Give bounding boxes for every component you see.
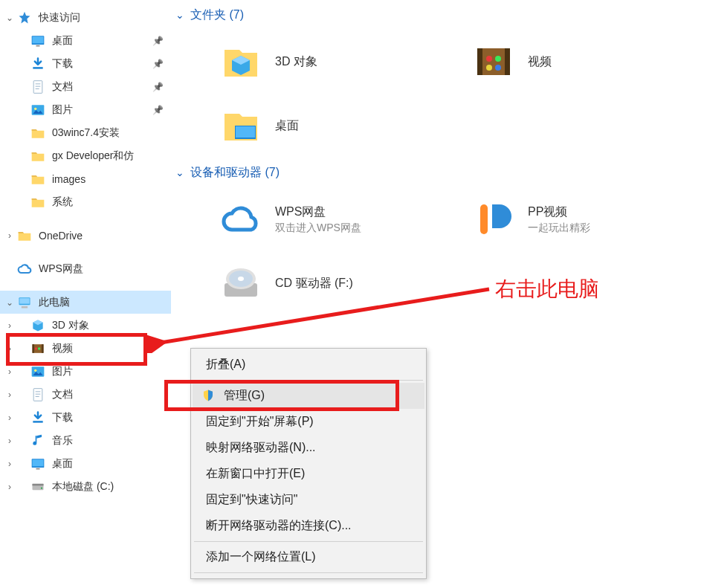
tree-item[interactable]: images — [0, 167, 171, 190]
device-item[interactable]: PP视频 一起玩出精彩 — [428, 187, 681, 251]
svg-point-16 — [35, 347, 37, 349]
tree-item-label: 此电脑 — [39, 296, 171, 309]
folder-item[interactable]: 3D 对象 — [175, 30, 428, 94]
video-big-icon — [473, 41, 514, 83]
svg-rect-32 — [477, 48, 482, 75]
tree-item[interactable]: ›音乐 — [0, 429, 171, 452]
menu-item-label: 固定到"开始"屏幕(P) — [206, 414, 314, 430]
svg-point-17 — [38, 347, 40, 349]
svg-rect-15 — [42, 344, 44, 353]
pin-icon: 📌 — [152, 82, 164, 92]
menu-item[interactable]: 固定到"快速访问" — [193, 487, 424, 513]
music-icon — [30, 433, 46, 449]
pictures-icon — [30, 364, 46, 380]
tree-item[interactable]: ›下载 — [0, 406, 171, 429]
pin-icon: 📌 — [152, 59, 164, 69]
menu-item[interactable]: 断开网络驱动器的连接(C)... — [193, 513, 424, 539]
chevron-right-icon: › — [4, 459, 15, 469]
tree-item-label: images — [52, 173, 171, 185]
svg-point-37 — [495, 65, 501, 71]
tree-item[interactable]: ›桌面 — [0, 452, 171, 475]
svg-point-35 — [495, 56, 501, 62]
tree-item[interactable]: ›图片 — [0, 360, 171, 383]
3d-icon — [30, 317, 46, 334]
chevron-placeholder — [4, 197, 15, 207]
tree-item[interactable]: 03winc7.4安装 — [0, 121, 171, 144]
tree-item[interactable]: ›文档 — [0, 383, 171, 406]
folder-icon — [30, 125, 46, 141]
chevron-down-icon: ⌄ — [4, 13, 15, 23]
context-menu: 折叠(A)管理(G)固定到"开始"屏幕(P)映射网络驱动器(N)...在新窗口中… — [190, 348, 427, 579]
devices-grid: WPS网盘 双击进入WPS网盘 PP视频 一起玩出精彩 CD 驱动器 (F:) — [175, 187, 704, 315]
svg-point-9 — [34, 107, 36, 109]
menu-separator — [194, 541, 423, 542]
folder-icon — [16, 227, 33, 244]
tree-item-label: 文档 — [52, 80, 152, 94]
tree-item-label: 下载 — [52, 411, 171, 424]
device-subtitle: 双击进入WPS网盘 — [275, 222, 361, 235]
pin-icon: 📌 — [152, 105, 164, 115]
doc-icon — [30, 79, 46, 95]
tree-item[interactable]: 下载📌 — [0, 52, 171, 75]
menu-item-label: 折叠(A) — [206, 357, 245, 372]
tree-item-label: 桌面 — [52, 457, 171, 471]
section-folders-header[interactable]: ⌄ 文件夹 (7) — [175, 4, 704, 25]
tree-item[interactable]: 图片📌 — [0, 98, 171, 121]
chevron-right-icon: › — [4, 390, 15, 400]
tree-item-label: 快速访问 — [39, 11, 171, 25]
tree-item-label: gx Developer和仿 — [52, 149, 171, 163]
tree-item[interactable]: ›OneDrive — [0, 224, 171, 247]
tree-item[interactable]: ›本地磁盘 (C:) — [0, 475, 171, 498]
device-subtitle: 一起玩出精彩 — [528, 222, 590, 235]
svg-point-36 — [486, 65, 492, 71]
menu-item[interactable]: 折叠(A) — [193, 352, 424, 378]
menu-item[interactable]: 添加一个网络位置(L) — [193, 544, 424, 570]
svg-point-19 — [34, 369, 36, 371]
tree-item[interactable]: WPS网盘 — [0, 257, 171, 280]
menu-separator — [194, 380, 423, 381]
cd-big-icon — [220, 262, 262, 304]
folder-item[interactable]: 桌面 — [175, 94, 428, 158]
svg-rect-12 — [22, 306, 28, 308]
section-devices-header[interactable]: ⌄ 设备和驱动器 (7) — [175, 162, 704, 183]
svg-point-44 — [238, 277, 244, 281]
menu-item[interactable]: 映射网络驱动器(N)... — [193, 435, 424, 461]
tree-item[interactable]: ›3D 对象 — [0, 314, 171, 337]
menu-item[interactable]: 管理(G) — [193, 383, 424, 409]
tree-item[interactable]: ⌄快速访问 — [0, 6, 171, 29]
menu-item-label: 固定到"快速访问" — [206, 492, 297, 508]
section-folders-label: 文件夹 (7) — [190, 7, 244, 23]
menu-item[interactable]: 固定到"开始"屏幕(P) — [193, 409, 424, 435]
chevron-placeholder — [4, 264, 15, 274]
doc-icon — [30, 387, 46, 403]
chevron-right-icon: › — [4, 436, 15, 446]
pictures-icon — [30, 102, 46, 118]
device-item[interactable]: WPS网盘 双击进入WPS网盘 — [175, 187, 428, 251]
chevron-right-icon: › — [4, 413, 15, 423]
tree-item[interactable]: ⌄此电脑 — [0, 291, 171, 314]
tree-item[interactable]: gx Developer和仿 — [0, 144, 171, 167]
tree-item-label: 3D 对象 — [52, 319, 171, 332]
chevron-placeholder — [4, 128, 15, 138]
3d-big-icon — [220, 41, 262, 83]
folder-icon — [30, 194, 46, 210]
desktop-big-icon — [220, 105, 262, 146]
folder-title: 视频 — [528, 54, 552, 70]
tree-item-label: WPS网盘 — [39, 262, 171, 276]
menu-item-label: 添加一个网络位置(L) — [206, 549, 316, 565]
chevron-right-icon: › — [4, 482, 15, 492]
device-item[interactable]: CD 驱动器 (F:) — [175, 251, 428, 315]
tree-item[interactable]: ›视频 — [0, 337, 171, 360]
annotation-text: 右击此电脑 — [495, 275, 599, 303]
cloud-big-icon — [220, 198, 262, 240]
folder-item[interactable]: 视频 — [428, 30, 681, 94]
video-icon — [30, 340, 46, 357]
chevron-down-icon: ⌄ — [175, 167, 184, 178]
tree-item[interactable]: 系统 — [0, 190, 171, 213]
svg-rect-4 — [33, 80, 42, 93]
svg-rect-3 — [33, 67, 42, 69]
tree-item[interactable]: 文档📌 — [0, 75, 171, 98]
pp-big-icon — [473, 198, 514, 240]
menu-item[interactable]: 在新窗口中打开(E) — [193, 461, 424, 487]
tree-item[interactable]: 桌面📌 — [0, 29, 171, 52]
